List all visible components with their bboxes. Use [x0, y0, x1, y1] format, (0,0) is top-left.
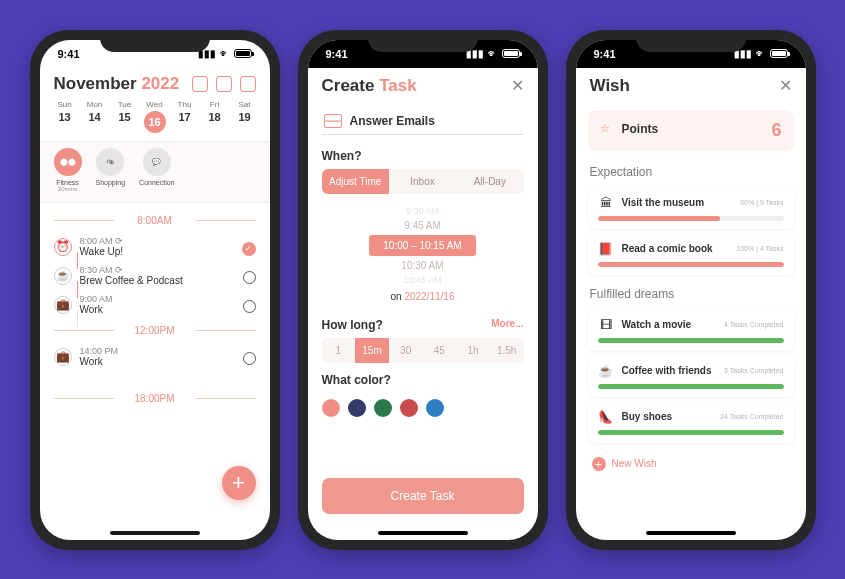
museum-icon: 🏛 — [598, 195, 614, 211]
color-dot[interactable] — [426, 399, 444, 417]
chat-icon: 💬 — [143, 148, 171, 176]
shoe-icon: 👠 — [598, 409, 614, 425]
film-icon: 🎞 — [598, 317, 614, 333]
wish-card[interactable]: ☕Coffee with friends3 Tasks Completed — [588, 355, 794, 397]
page-title: Create Task — [322, 76, 417, 96]
time-selected: 10:00 – 10:15 AM — [369, 235, 475, 256]
task-name-input[interactable]: Answer Emails — [322, 108, 524, 135]
when-segment: Adjust Time Inbox All-Day — [322, 169, 524, 194]
briefcase-icon: 💼 — [54, 348, 72, 366]
home-indicator[interactable] — [378, 531, 468, 535]
dur-45[interactable]: 45 — [423, 338, 457, 363]
seg-all-day[interactable]: All-Day — [456, 169, 523, 194]
coffee-icon: ☕ — [54, 267, 72, 285]
week-row: Sun13 Mon14 Tue15 Wed16 Thu17 Fri18 Sat1… — [40, 98, 270, 141]
dur-1h[interactable]: 1h — [456, 338, 490, 363]
seg-inbox[interactable]: Inbox — [389, 169, 456, 194]
more-link[interactable]: More... — [491, 318, 523, 329]
notch — [368, 30, 478, 52]
phone-wish: 9:41 ▮▮▮ᯤ Wish ✕ ☆Points 6 Expectation 🏛… — [566, 30, 816, 550]
points-card[interactable]: ☆Points 6 — [588, 110, 794, 151]
duration-row: 1 15m 30 45 1h 1.5h — [322, 338, 524, 363]
points-value: 6 — [771, 120, 781, 141]
day-fri[interactable]: Fri18 — [202, 100, 228, 133]
home-indicator[interactable] — [110, 531, 200, 535]
plus-icon: + — [592, 457, 606, 471]
alarm-icon: ⏰ — [54, 238, 72, 256]
coffee-icon: ☕ — [598, 363, 614, 379]
section-expectation: Expectation — [576, 157, 806, 183]
settings-icon[interactable] — [240, 76, 256, 92]
color-dot[interactable] — [374, 399, 392, 417]
color-dot[interactable] — [322, 399, 340, 417]
category-fitness[interactable]: ⬤⬤Fitness30mins — [54, 148, 82, 192]
battery-icon — [770, 49, 788, 58]
phone-create-task: 9:41 ▮▮▮ᯤ Create Task ✕ Answer Emails Wh… — [298, 30, 548, 550]
color-row — [308, 393, 538, 423]
page-title: Wish — [590, 76, 630, 96]
wish-card[interactable]: 🎞Watch a movie4 Tasks Completed — [588, 309, 794, 351]
wish-card[interactable]: 👠Buy shoes24 Tasks Completed — [588, 401, 794, 443]
new-wish-button[interactable]: + New Wish — [576, 447, 806, 481]
wish-card[interactable]: 🏛Visit the museum66% | 9 Tasks — [588, 187, 794, 229]
day-thu[interactable]: Thu17 — [172, 100, 198, 133]
status-time: 9:41 — [58, 48, 80, 60]
book-icon: 📕 — [598, 241, 614, 257]
category-connection[interactable]: 💬Connection — [139, 148, 174, 192]
close-icon[interactable]: ✕ — [779, 76, 792, 95]
battery-icon — [234, 49, 252, 58]
howlong-label: How long? More... — [308, 308, 538, 338]
wifi-icon: ᯤ — [488, 48, 498, 59]
task-row[interactable]: 💼 14:00 PMWork — [54, 342, 256, 371]
time-divider-12pm: 12:00PM — [54, 325, 256, 336]
time-picker[interactable]: 9:30 AM 9:45 AM 10:00 – 10:15 AM 10:30 A… — [308, 194, 538, 308]
inbox-icon[interactable] — [216, 76, 232, 92]
month-title: November 2022 — [54, 74, 180, 94]
section-fulfilled: Fulfilled dreams — [576, 279, 806, 305]
wifi-icon: ᯤ — [220, 48, 230, 59]
dur-30[interactable]: 30 — [389, 338, 423, 363]
bag-icon: 🛍 — [96, 148, 124, 176]
close-icon[interactable]: ✕ — [511, 76, 524, 95]
task-row[interactable]: 💼 9:00 AMWork — [54, 290, 256, 319]
task-row[interactable]: ⏰ 8:00 AM ⟳Wake Up! ✓ — [54, 232, 256, 261]
dur-1[interactable]: 1 — [322, 338, 356, 363]
time-divider-18pm: 18:00PM — [54, 393, 256, 404]
status-time: 9:41 — [326, 48, 348, 60]
phone-calendar: 9:41 ▮▮▮ ᯤ November 2022 Sun13 — [30, 30, 280, 550]
dur-1.5h[interactable]: 1.5h — [490, 338, 524, 363]
battery-icon — [502, 49, 520, 58]
color-dot[interactable] — [348, 399, 366, 417]
wish-card[interactable]: 📕Read a comic book100% | 4 Tasks — [588, 233, 794, 275]
when-label: When? — [308, 139, 538, 169]
create-task-button[interactable]: Create Task — [322, 478, 524, 514]
radio-unchecked[interactable] — [243, 352, 256, 365]
day-sun[interactable]: Sun13 — [52, 100, 78, 133]
day-mon[interactable]: Mon14 — [82, 100, 108, 133]
task-row[interactable]: ☕ 8:30 AM ⟳Brew Coffee & Podcast — [54, 261, 256, 290]
color-dot[interactable] — [400, 399, 418, 417]
radio-unchecked[interactable] — [243, 300, 256, 313]
status-icons: ▮▮▮ ᯤ — [198, 48, 252, 59]
day-sat[interactable]: Sat19 — [232, 100, 258, 133]
category-shopping[interactable]: 🛍Shopping — [96, 148, 126, 192]
star-icon: ☆ — [600, 122, 616, 138]
mail-icon — [324, 114, 342, 128]
notch — [636, 30, 746, 52]
day-tue[interactable]: Tue15 — [112, 100, 138, 133]
briefcase-icon: 💼 — [54, 296, 72, 314]
check-icon[interactable]: ✓ — [242, 242, 256, 256]
calendar-icon[interactable] — [192, 76, 208, 92]
dur-15m[interactable]: 15m — [355, 338, 389, 363]
wifi-icon: ᯤ — [756, 48, 766, 59]
seg-adjust-time[interactable]: Adjust Time — [322, 169, 389, 194]
day-wed[interactable]: Wed16 — [142, 100, 168, 133]
notch — [100, 30, 210, 52]
radio-unchecked[interactable] — [243, 271, 256, 284]
time-divider-8am: 8:00AM — [54, 215, 256, 226]
home-indicator[interactable] — [646, 531, 736, 535]
status-time: 9:41 — [594, 48, 616, 60]
dumbbell-icon: ⬤⬤ — [54, 148, 82, 176]
color-label: What color? — [308, 363, 538, 393]
add-task-fab[interactable]: + — [222, 466, 256, 500]
